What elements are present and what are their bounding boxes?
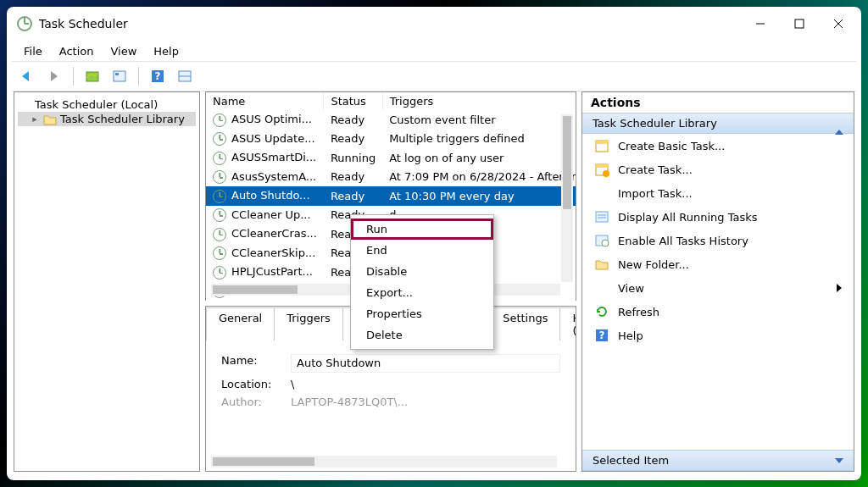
close-button[interactable] xyxy=(819,10,858,37)
action-display-all-running-tasks[interactable]: Display All Running Tasks xyxy=(582,205,854,229)
task-name: CCleaner Up... xyxy=(231,208,311,221)
ctx-export[interactable]: Export... xyxy=(351,282,493,303)
actions-pane: Actions Task Scheduler Library Create Ba… xyxy=(581,91,854,472)
tree-root[interactable]: Task Scheduler (Local) xyxy=(18,97,196,112)
actions-section-selected[interactable]: Selected Item xyxy=(582,450,854,471)
detail-location-label: Location: xyxy=(221,378,291,390)
svg-rect-6 xyxy=(115,73,119,75)
action-label: Refresh xyxy=(618,306,659,318)
table-row[interactable]: ASUS Optimi...ReadyCustom event filter xyxy=(206,110,576,130)
action-enable-all-tasks-history[interactable]: Enable All Tasks History xyxy=(582,229,854,252)
maximize-button[interactable] xyxy=(780,10,819,37)
task-name: CCleanerCras... xyxy=(231,227,317,240)
col-triggers[interactable]: Triggers xyxy=(382,92,576,110)
menu-help[interactable]: Help xyxy=(145,43,187,59)
tree-library[interactable]: ▸ Task Scheduler Library xyxy=(18,112,196,126)
folder-icon xyxy=(43,113,57,125)
task-triggers: Custom event filter xyxy=(382,110,576,130)
action-view[interactable]: View xyxy=(582,276,854,300)
action-help[interactable]: ?Help xyxy=(582,324,854,347)
back-button[interactable] xyxy=(15,65,39,87)
clock-icon xyxy=(19,99,31,111)
menu-view[interactable]: View xyxy=(102,43,145,59)
toolbar-btn-2[interactable] xyxy=(108,65,131,87)
action-refresh[interactable]: Refresh xyxy=(582,300,854,324)
action-create-basic-task[interactable]: Create Basic Task... xyxy=(582,134,854,158)
help-button[interactable]: ? xyxy=(146,65,170,87)
context-menu: Run End Disable Export... Properties Del… xyxy=(350,214,494,350)
titlebar: Task Scheduler xyxy=(7,7,861,41)
tab-triggers[interactable]: Triggers xyxy=(274,307,343,340)
svg-text:?: ? xyxy=(599,329,605,341)
calendar2-icon xyxy=(594,162,609,177)
ctx-delete[interactable]: Delete xyxy=(351,324,493,346)
actions-section-label: Selected Item xyxy=(593,454,669,467)
ctx-disable[interactable]: Disable xyxy=(351,261,493,282)
svg-rect-16 xyxy=(596,212,608,222)
clock-icon xyxy=(594,233,609,248)
list-icon xyxy=(594,209,609,224)
chevron-right-icon xyxy=(837,284,842,292)
action-label: View xyxy=(618,282,644,295)
table-row[interactable]: ASUS Update...ReadyMultiple triggers def… xyxy=(206,130,576,149)
forward-button[interactable] xyxy=(42,65,66,87)
toolbar: ? xyxy=(7,62,861,91)
action-label: Help xyxy=(618,329,643,342)
tab-general[interactable]: General xyxy=(206,307,275,340)
detail-name-value[interactable]: Auto Shutdown xyxy=(291,354,560,373)
toolbar-separator xyxy=(138,67,139,86)
tree-pane: Task Scheduler (Local) ▸ Task Scheduler … xyxy=(14,91,200,472)
menu-file[interactable]: File xyxy=(15,43,51,59)
clock-icon xyxy=(213,152,226,165)
detail-author-label: Author: xyxy=(221,396,291,408)
action-label: Create Basic Task... xyxy=(618,140,725,152)
tab-settings[interactable]: Settings xyxy=(490,307,560,340)
task-triggers: At 7:09 PM on 6/28/2024 - After trigg xyxy=(382,168,576,187)
task-status: Ready xyxy=(324,186,382,206)
clock-icon xyxy=(213,208,226,222)
actions-section-label: Task Scheduler Library xyxy=(593,117,717,130)
svg-rect-12 xyxy=(596,141,608,144)
chevron-down-icon xyxy=(835,458,843,463)
task-status: Running xyxy=(324,148,382,168)
menu-action[interactable]: Action xyxy=(51,43,103,59)
toolbar-btn-1[interactable] xyxy=(81,65,104,87)
table-row[interactable]: AsusSystemA...ReadyAt 7:09 PM on 6/28/20… xyxy=(206,168,576,187)
svg-rect-5 xyxy=(114,71,125,81)
svg-rect-1 xyxy=(795,19,804,28)
task-name: ASUS Optimi... xyxy=(231,113,312,125)
actions-section-library[interactable]: Task Scheduler Library xyxy=(582,113,854,134)
task-name: ASUSSmartDi... xyxy=(231,151,316,163)
ctx-run[interactable]: Run xyxy=(351,219,493,240)
action-new-folder[interactable]: New Folder... xyxy=(582,252,854,276)
table-row[interactable]: ASUSSmartDi...RunningAt log on of any us… xyxy=(206,148,576,168)
ctx-properties[interactable]: Properties xyxy=(351,303,493,324)
window-title: Task Scheduler xyxy=(39,17,128,30)
clock-icon xyxy=(213,170,226,184)
blank-icon xyxy=(594,185,609,201)
task-triggers: At 10:30 PM every day xyxy=(382,186,576,206)
action-label: Import Task... xyxy=(618,187,693,200)
ctx-end[interactable]: End xyxy=(351,240,493,261)
vertical-scrollbar[interactable] xyxy=(561,114,573,282)
action-create-task[interactable]: Create Task... xyxy=(582,158,854,181)
task-name: Auto Shutdo... xyxy=(231,189,310,202)
calendar-icon xyxy=(594,138,609,153)
svg-point-20 xyxy=(602,240,609,246)
details-horizontal-scrollbar[interactable] xyxy=(211,456,557,468)
tab-history[interactable]: History ( xyxy=(559,307,576,340)
detail-author-value: LAPTOP-4873LQ0T\... xyxy=(291,396,408,408)
col-status[interactable]: Status xyxy=(324,92,382,110)
col-name[interactable]: Name xyxy=(206,92,324,110)
chevron-right-icon: ▸ xyxy=(30,113,40,125)
table-row[interactable]: Auto Shutdo...ReadyAt 10:30 PM every day xyxy=(206,186,576,206)
svg-rect-14 xyxy=(596,164,608,168)
action-import-task[interactable]: Import Task... xyxy=(582,181,854,205)
detail-name-label: Name: xyxy=(221,354,291,373)
minimize-button[interactable] xyxy=(741,10,780,37)
task-triggers: Multiple triggers defined xyxy=(382,130,576,149)
task-status: Ready xyxy=(324,110,382,130)
app-window: Task Scheduler File Action View Help ? T… xyxy=(7,7,861,480)
toolbar-btn-4[interactable] xyxy=(173,65,197,87)
task-name: ASUS Update... xyxy=(231,132,315,145)
